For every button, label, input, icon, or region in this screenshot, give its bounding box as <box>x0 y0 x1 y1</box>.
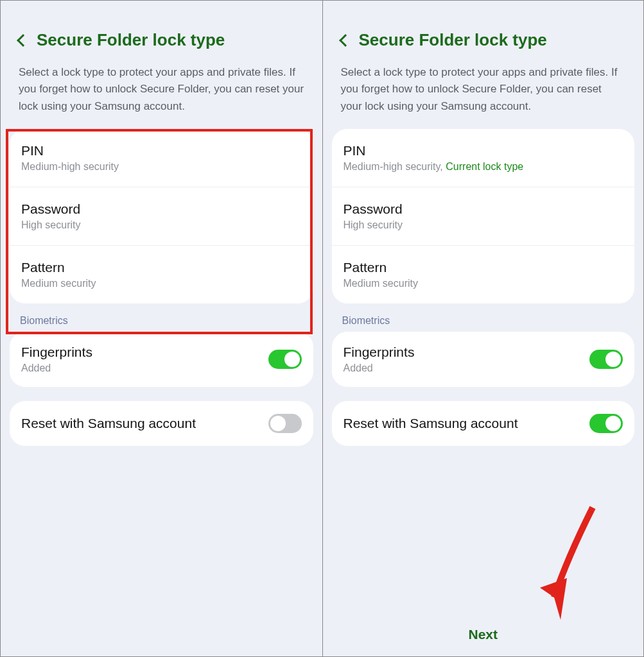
biometrics-section-label: Biometrics <box>1 303 322 332</box>
page-title: Secure Folder lock type <box>37 30 225 50</box>
lock-type-pin[interactable]: PIN Medium-high security, Current lock t… <box>332 129 635 187</box>
reset-samsung-row[interactable]: Reset with Samsung account <box>10 401 313 446</box>
page-title: Secure Folder lock type <box>359 30 547 50</box>
fingerprints-row[interactable]: Fingerprints Added <box>332 332 635 387</box>
reset-samsung-toggle[interactable] <box>268 414 302 433</box>
annotation-arrow-icon <box>528 501 605 629</box>
next-button[interactable]: Next <box>323 627 644 642</box>
biometrics-section-label: Biometrics <box>323 303 644 332</box>
lock-type-pin[interactable]: PIN Medium-high security <box>10 129 313 187</box>
screenshot-right: Secure Folder lock type Select a lock ty… <box>322 1 644 656</box>
lock-type-list: PIN Medium-high security, Current lock t… <box>332 129 635 303</box>
screenshot-left: Secure Folder lock type Select a lock ty… <box>1 1 322 656</box>
reset-samsung-row[interactable]: Reset with Samsung account <box>332 401 635 446</box>
page-description: Select a lock type to protect your apps … <box>323 64 644 129</box>
lock-type-password[interactable]: Password High security <box>332 187 635 246</box>
header: Secure Folder lock type <box>1 1 322 64</box>
fingerprints-toggle[interactable] <box>589 350 623 369</box>
back-icon[interactable] <box>339 34 352 47</box>
svg-marker-0 <box>540 578 567 620</box>
header: Secure Folder lock type <box>323 1 644 64</box>
lock-type-pattern[interactable]: Pattern Medium security <box>332 246 635 303</box>
back-icon[interactable] <box>17 34 30 47</box>
fingerprints-row[interactable]: Fingerprints Added <box>10 332 313 387</box>
lock-type-pattern[interactable]: Pattern Medium security <box>10 246 313 303</box>
lock-type-password[interactable]: Password High security <box>10 187 313 246</box>
fingerprints-toggle[interactable] <box>268 350 302 369</box>
lock-type-list: PIN Medium-high security Password High s… <box>10 129 313 303</box>
current-lock-badge: Current lock type <box>446 161 523 172</box>
reset-samsung-toggle[interactable] <box>589 414 623 433</box>
page-description: Select a lock type to protect your apps … <box>1 64 322 129</box>
